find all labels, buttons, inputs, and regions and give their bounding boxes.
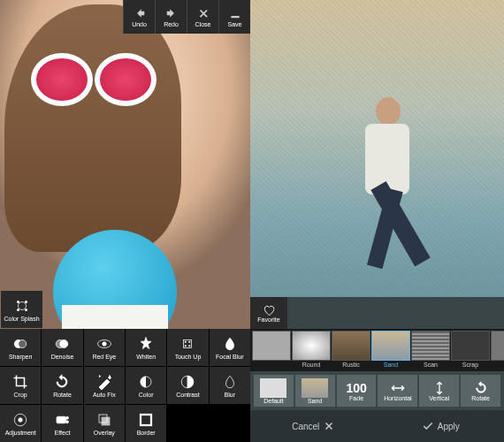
cancel-label: Cancel — [292, 422, 319, 431]
apply-label: Apply — [438, 422, 460, 431]
tool-label: Crop — [14, 392, 27, 398]
cancel-icon — [323, 420, 335, 432]
color-splash-button[interactable]: Color Splash — [1, 291, 42, 328]
tool-label: Touch Up — [175, 354, 202, 360]
favorite-button[interactable]: Favorite — [250, 297, 287, 329]
whiten-icon — [138, 336, 154, 352]
history-toolbar: Undo Redo Close Save — [123, 0, 250, 34]
adjust-icon — [12, 412, 28, 428]
touchup-icon — [179, 336, 195, 352]
tool-label: Border — [137, 430, 156, 436]
horizontal-label: Horizontal — [384, 395, 412, 401]
filter-label: Rustic — [342, 362, 359, 368]
fade-control[interactable]: 100 Fade — [337, 375, 377, 407]
tool-label: Contrast — [176, 392, 199, 398]
filter-thumb-plain[interactable] — [252, 331, 291, 370]
crop-button[interactable]: Crop — [0, 367, 41, 404]
svg-point-19 — [19, 417, 23, 422]
svg-point-13 — [189, 341, 191, 343]
svg-point-4 — [25, 309, 27, 311]
sharpen-icon — [12, 336, 28, 352]
autofix-icon — [96, 374, 112, 390]
flip-horizontal-icon — [391, 381, 405, 395]
rotate-label: Rotate — [471, 395, 490, 401]
color-button[interactable]: Color — [126, 367, 166, 404]
focalblur-icon — [222, 336, 238, 352]
current-filter-preview[interactable]: Sand — [295, 375, 335, 407]
redo-button[interactable]: Redo — [155, 0, 187, 34]
redo-label: Redo — [164, 21, 179, 27]
flip-vertical-button[interactable]: Vertical — [419, 375, 459, 407]
tools-panel: Color Splash Sharpen Denoise Red Eye Whi… — [0, 291, 250, 442]
apply-button[interactable]: Apply — [378, 410, 505, 442]
autofix-button[interactable]: Auto Fix — [84, 367, 125, 404]
tool-label: Adjustment — [5, 430, 36, 436]
touchup-button[interactable]: Touch Up — [167, 329, 208, 366]
svg-rect-25 — [141, 415, 151, 425]
filter-thumb-rustic[interactable]: Rustic — [332, 331, 370, 370]
overlay-icon — [96, 412, 112, 428]
close-icon — [197, 7, 210, 19]
focalblur-button[interactable]: Focal Blur — [210, 329, 250, 366]
undo-button[interactable]: Undo — [123, 0, 155, 34]
tool-label: Overlay — [94, 430, 115, 436]
redeye-button[interactable]: Red Eye — [84, 329, 125, 366]
color-icon — [138, 374, 154, 390]
svg-point-0 — [18, 301, 26, 309]
redo-icon — [165, 7, 178, 19]
current-filter-label: Sand — [308, 398, 322, 404]
left-editor-screen: Undo Redo Close Save Color Splash Sharpe… — [0, 0, 250, 442]
rotate-button[interactable]: Rotate — [42, 367, 82, 404]
default-preview[interactable]: Default — [254, 375, 294, 407]
effect-icon — [54, 412, 70, 428]
flip-vertical-icon — [432, 381, 447, 395]
save-button[interactable]: Save — [218, 0, 250, 34]
filter-thumb-scrap[interactable]: Scrap — [451, 331, 490, 370]
border-icon — [138, 412, 154, 428]
contrast-button[interactable]: Contrast — [167, 367, 208, 404]
blur-button[interactable]: Blur — [210, 367, 250, 404]
whiten-button[interactable]: Whiten — [126, 329, 166, 366]
svg-point-22 — [66, 420, 69, 423]
filter-panel: Favorite Round Rustic Sand Scan Scrap Sl… — [250, 297, 504, 442]
overlay-button[interactable]: Overlay — [84, 405, 125, 442]
svg-point-6 — [19, 339, 27, 347]
close-button[interactable]: Close — [187, 0, 218, 34]
tool-label: Effect — [55, 430, 71, 436]
cancel-button[interactable]: Cancel — [250, 410, 378, 442]
border-controls: Default Sand 100 Fade Horizontal Vertica… — [250, 371, 504, 410]
svg-rect-24 — [102, 417, 110, 425]
close-label: Close — [195, 21, 211, 27]
rotate-border-icon — [474, 381, 488, 395]
crop-icon — [12, 374, 28, 390]
fade-label: Fade — [349, 395, 363, 401]
tool-label: Blur — [225, 392, 235, 398]
filter-thumb-scan[interactable]: Scan — [411, 331, 450, 370]
tool-label: Focal Blur — [216, 354, 244, 360]
undo-label: Undo — [132, 21, 147, 27]
denoise-button[interactable]: Denoise — [42, 329, 82, 366]
svg-point-2 — [25, 301, 27, 303]
rotate-border-button[interactable]: Rotate — [461, 375, 500, 407]
default-label: Default — [263, 398, 283, 404]
redeye-icon — [96, 336, 112, 352]
flip-horizontal-button[interactable]: Horizontal — [378, 375, 417, 407]
filter-label: Scan — [424, 362, 438, 368]
tool-label: Auto Fix — [93, 392, 116, 398]
adjustment-button[interactable]: Adjustment — [0, 405, 41, 442]
filter-strip[interactable]: Round Rustic Sand Scan Scrap Slo — [250, 329, 504, 371]
border-button[interactable]: Border — [126, 405, 166, 442]
sharpen-button[interactable]: Sharpen — [0, 329, 41, 366]
filter-thumb-slo[interactable]: Slo — [491, 331, 504, 370]
tool-label: Rotate — [53, 392, 72, 398]
fade-value: 100 — [346, 381, 366, 395]
filter-label: Scrap — [462, 362, 478, 368]
tool-grid: Sharpen Denoise Red Eye Whiten Touch Up … — [0, 329, 250, 442]
svg-point-1 — [17, 301, 19, 303]
filter-thumb-sand[interactable]: Sand — [371, 331, 410, 370]
filter-thumb-round[interactable]: Round — [292, 331, 331, 370]
effect-button[interactable]: Effect — [42, 405, 82, 442]
right-filter-screen: Favorite Round Rustic Sand Scan Scrap Sl… — [250, 0, 504, 442]
heart-icon — [263, 304, 275, 316]
action-bar: Cancel Apply — [250, 410, 504, 442]
